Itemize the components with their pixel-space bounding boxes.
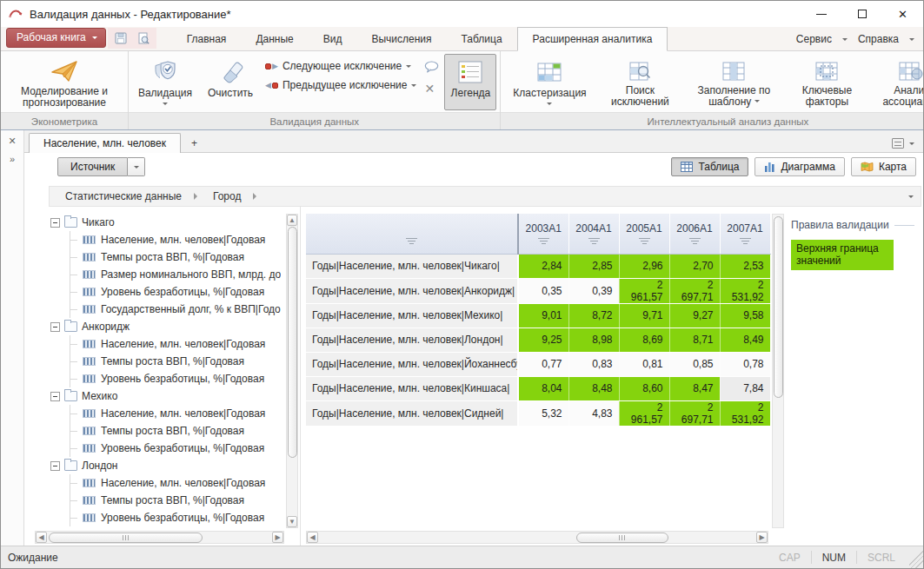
grid-cell[interactable]: 7,84 bbox=[720, 376, 770, 400]
new-tab-button[interactable]: + bbox=[181, 135, 208, 152]
grid-cell[interactable]: 2 961,57 bbox=[619, 278, 669, 303]
tree-node-city[interactable]: Мехико bbox=[50, 387, 283, 405]
delete-rule-button[interactable]: ✕ bbox=[424, 83, 439, 95]
tab-vid[interactable]: Вид bbox=[309, 27, 357, 50]
grid-row-label[interactable]: Годы|Население, млн. человек|Чикаго| bbox=[306, 254, 518, 278]
grid-cell[interactable]: 8,60 bbox=[619, 376, 669, 400]
chevron-down-icon[interactable] bbox=[842, 38, 848, 43]
grid-cell[interactable]: 9,71 bbox=[619, 303, 669, 328]
grid-column-header[interactable]: 2004A1 bbox=[568, 214, 619, 254]
grid-cell[interactable]: 4,83 bbox=[568, 400, 619, 426]
prev-exception-button[interactable]: ◀ Предыдущее исключение bbox=[263, 78, 419, 92]
minimize-button[interactable] bbox=[801, 1, 841, 27]
resize-grip[interactable] bbox=[909, 546, 923, 568]
grid-row-label[interactable]: Годы|Население, млн. человек|Йоханнесбур… bbox=[306, 352, 518, 376]
grid-cell[interactable]: 8,47 bbox=[669, 376, 720, 400]
filter-icon[interactable] bbox=[588, 238, 600, 244]
tree-node-series[interactable]: Уровень безработицы, %|Годовая bbox=[70, 283, 283, 301]
grid-cell[interactable]: 9,27 bbox=[669, 303, 720, 328]
grid-cell[interactable]: 8,04 bbox=[518, 376, 568, 400]
panel-close-button[interactable]: ✕ bbox=[8, 136, 16, 147]
grid-cell[interactable]: 8,98 bbox=[568, 328, 619, 352]
modeling-forecasting-button[interactable]: Моделирование и прогнозирование bbox=[4, 54, 124, 110]
collapse-expander-icon[interactable] bbox=[50, 322, 60, 332]
grid-cell[interactable]: 2,96 bbox=[619, 254, 669, 278]
grid-cell[interactable]: 2,84 bbox=[518, 254, 568, 278]
tab-vychisleniya[interactable]: Вычисления bbox=[356, 27, 446, 50]
scroll-right-button[interactable]: ▶ bbox=[272, 532, 283, 543]
grid-row-label[interactable]: Годы|Население, млн. человек|Анкоридж| bbox=[306, 278, 518, 303]
scroll-left-button[interactable]: ◀ bbox=[36, 532, 47, 543]
view-chart-button[interactable]: Диаграмма bbox=[754, 157, 844, 176]
grid-column-header[interactable]: 2006A1 bbox=[669, 214, 720, 254]
chevron-down-icon[interactable] bbox=[909, 38, 914, 43]
source-dropdown-button[interactable] bbox=[128, 157, 145, 176]
grid-cell[interactable]: 2,53 bbox=[720, 254, 770, 278]
tree-node-series[interactable]: Темпы роста ВВП, %|Годовая bbox=[70, 492, 283, 509]
tree-node-series[interactable]: Уровень безработицы, %|Годовая bbox=[70, 509, 283, 526]
grid-column-header[interactable]: 2003A1 bbox=[518, 214, 568, 254]
grid-cell[interactable]: 8,71 bbox=[669, 328, 720, 352]
tree-node-series[interactable]: Население, млн. человек|Годовая bbox=[70, 474, 283, 492]
grid-hscroll-thumb[interactable] bbox=[576, 533, 668, 543]
grid-cell[interactable]: 2 697,71 bbox=[669, 400, 720, 426]
tree-horizontal-scrollbar[interactable]: ◀ ▶ bbox=[35, 531, 284, 544]
grid-row-label[interactable]: Годы|Население, млн. человек|Лондон| bbox=[306, 328, 518, 352]
grid-cell[interactable]: 8,48 bbox=[568, 376, 619, 400]
filter-icon[interactable] bbox=[689, 238, 701, 244]
grid-cell[interactable]: 5,32 bbox=[518, 400, 568, 426]
grid-cell[interactable]: 9,25 bbox=[518, 328, 568, 352]
grid-cell[interactable]: 8,49 bbox=[720, 328, 770, 352]
save-button[interactable] bbox=[112, 30, 130, 47]
grid-corner-header[interactable] bbox=[306, 214, 518, 254]
exception-search-button[interactable]: Поиск исключений bbox=[602, 54, 678, 110]
scroll-up-button[interactable]: ▲ bbox=[287, 215, 297, 226]
close-button[interactable]: ✕ bbox=[882, 1, 923, 27]
grid-row-label[interactable]: Годы|Население, млн. человек|Мехико| bbox=[306, 303, 518, 328]
panel-expand-button[interactable]: » bbox=[10, 154, 15, 164]
grid-cell[interactable]: 0,77 bbox=[518, 352, 568, 376]
grid-cell[interactable]: 8,69 bbox=[619, 328, 669, 352]
tree-vscroll-thumb[interactable] bbox=[288, 227, 297, 458]
grid-cell[interactable]: 2 697,71 bbox=[669, 278, 720, 303]
scroll-right-button[interactable]: ▶ bbox=[756, 532, 768, 543]
window-layout-icon[interactable] bbox=[892, 138, 904, 149]
menu-servis[interactable]: Сервис bbox=[789, 33, 839, 45]
tab-dannye[interactable]: Данные bbox=[241, 27, 308, 50]
breadcrumb-item-city[interactable]: Город bbox=[209, 190, 244, 202]
workbook-menu-button[interactable]: Рабочая книга bbox=[6, 28, 106, 48]
grid-cell[interactable]: 9,01 bbox=[518, 303, 568, 328]
validation-button[interactable]: Валидация bbox=[132, 54, 198, 110]
grid-column-header[interactable]: 2005A1 bbox=[619, 214, 669, 254]
tree-node-city[interactable]: Лондон bbox=[50, 457, 283, 474]
legend-button[interactable]: Легенда bbox=[444, 54, 496, 110]
grid-row-label[interactable]: Годы|Население, млн. человек|Сидней| bbox=[306, 400, 518, 426]
grid-cell[interactable]: 2 531,92 bbox=[720, 400, 770, 426]
tree-node-series[interactable]: Население, млн. человек|Годовая bbox=[70, 231, 283, 248]
key-factors-button[interactable]: Ключевые факторы bbox=[789, 54, 864, 110]
source-button[interactable]: Источник bbox=[57, 157, 128, 176]
grid-cell[interactable]: 0,78 bbox=[720, 352, 770, 376]
grid-cell[interactable]: 0,35 bbox=[518, 278, 568, 303]
pattern-fill-button[interactable]: Заполнение по шаблону bbox=[685, 54, 782, 110]
tree-node-series[interactable]: Темпы роста ВВП, %|Годовая bbox=[70, 353, 283, 370]
grid-cell[interactable]: 0,85 bbox=[669, 352, 720, 376]
grid-cell[interactable]: 9,58 bbox=[720, 303, 770, 328]
comment-button[interactable] bbox=[424, 61, 439, 76]
tree-node-city[interactable]: Анкоридж bbox=[50, 318, 283, 335]
view-map-button[interactable]: Карта bbox=[851, 157, 916, 176]
tab-glavnaya[interactable]: Главная bbox=[172, 27, 242, 50]
tab-tablitsa[interactable]: Таблица bbox=[447, 27, 517, 50]
tree-hscroll-thumb[interactable] bbox=[49, 533, 203, 543]
collapse-expander-icon[interactable] bbox=[50, 218, 60, 228]
collapse-expander-icon[interactable] bbox=[50, 392, 60, 401]
scroll-down-button[interactable]: ▼ bbox=[287, 516, 297, 527]
validation-rule-badge[interactable]: Верхняя граница значений bbox=[791, 240, 894, 270]
tree-vertical-scrollbar[interactable]: ▲ ▼ bbox=[286, 214, 298, 528]
clear-button[interactable]: Очистить bbox=[200, 54, 261, 110]
grid-row-label[interactable]: Годы|Население, млн. человек|Киншаса| bbox=[306, 376, 518, 400]
tree-node-series[interactable]: Темпы роста ВВП, %|Годовая bbox=[70, 248, 283, 266]
grid-cell[interactable]: 0,83 bbox=[568, 352, 619, 376]
grid-cell[interactable]: 0,81 bbox=[619, 352, 669, 376]
breadcrumb-dropdown-icon[interactable] bbox=[908, 195, 914, 201]
